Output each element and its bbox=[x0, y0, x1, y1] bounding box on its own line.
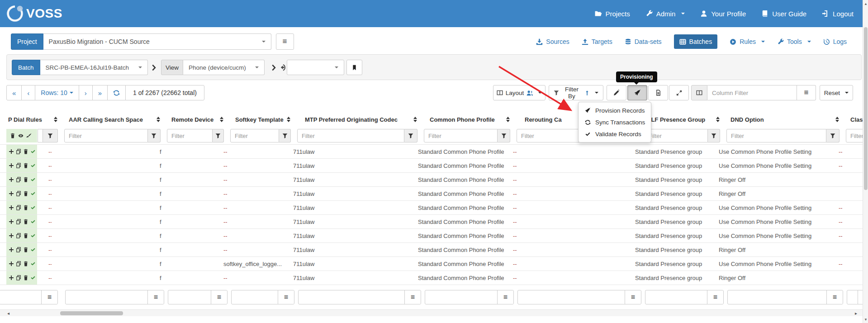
project-menu-button[interactable]: ≡ bbox=[276, 33, 294, 50]
batch-label-button[interactable]: Batch bbox=[12, 60, 40, 75]
layout-button[interactable]: Layout bbox=[493, 85, 545, 100]
sort-icon[interactable] bbox=[54, 117, 57, 122]
table-row[interactable]: --f--711ulawStandard Common Phone Profil… bbox=[0, 201, 868, 215]
table-row[interactable]: --f--711ulawStandard Common Phone Profil… bbox=[0, 159, 868, 173]
pager-last-button[interactable]: » bbox=[92, 85, 108, 100]
check-icon[interactable] bbox=[30, 149, 36, 154]
export-report-button[interactable] bbox=[648, 85, 668, 100]
edit-records-button[interactable] bbox=[607, 85, 626, 100]
copy-icon[interactable] bbox=[16, 191, 21, 196]
project-select[interactable]: PaxusBio Migration - CUCM Source bbox=[43, 33, 271, 50]
batch-select[interactable]: SRC-PB-EMEA-16Jul19-Batch bbox=[40, 60, 148, 75]
refresh-button[interactable] bbox=[107, 85, 126, 100]
cell-menu-button[interactable]: ≡ bbox=[497, 290, 513, 304]
table-row[interactable]: --f--711ulawStandard Common Phone Profil… bbox=[0, 215, 868, 229]
cell-menu-button[interactable]: ≡ bbox=[625, 290, 641, 304]
trash-icon[interactable] bbox=[23, 205, 28, 210]
view-label-button[interactable]: View bbox=[161, 60, 183, 75]
menu-item-sync-transactions[interactable]: Sync Transactions bbox=[579, 116, 651, 128]
table-row[interactable]: --f--711ulawStandard Common Phone Profil… bbox=[0, 145, 868, 159]
trash-icon[interactable] bbox=[23, 149, 28, 154]
pager-prev-button[interactable]: ‹ bbox=[21, 85, 35, 100]
trash-icon[interactable] bbox=[23, 233, 28, 238]
cell-menu-button[interactable]: ≡ bbox=[147, 290, 164, 304]
check-icon[interactable] bbox=[30, 275, 36, 280]
menu-item-validate-records[interactable]: Validate Records bbox=[579, 128, 651, 140]
table-row[interactable]: --f--711ulawStandard Common Phone Profil… bbox=[0, 173, 868, 187]
plus-icon[interactable] bbox=[9, 261, 14, 266]
cell-menu-button[interactable]: ≡ bbox=[826, 290, 843, 304]
filter-input-softkey[interactable] bbox=[230, 129, 279, 142]
project-label-button[interactable]: Project bbox=[11, 33, 43, 50]
provisioning-button[interactable] bbox=[627, 85, 647, 100]
cell-menu-button[interactable]: ≡ bbox=[707, 290, 723, 304]
project-menu-item-batches[interactable]: Batches bbox=[674, 34, 718, 49]
plus-icon[interactable] bbox=[9, 177, 14, 182]
trash-icon[interactable] bbox=[23, 219, 28, 224]
cell-menu-button[interactable]: ≡ bbox=[278, 290, 294, 304]
check-icon[interactable] bbox=[30, 163, 36, 168]
copy-icon[interactable] bbox=[16, 205, 21, 210]
reset-button[interactable]: Reset bbox=[820, 85, 853, 100]
project-menu-item-targets[interactable]: Targets bbox=[582, 38, 612, 45]
filter-button-mtp[interactable] bbox=[404, 129, 417, 142]
column-header-remote[interactable]: Remote Device bbox=[166, 111, 229, 128]
sort-icon[interactable] bbox=[220, 117, 223, 122]
trash-icon[interactable] bbox=[23, 247, 28, 252]
check-icon[interactable] bbox=[30, 205, 36, 210]
plus-icon[interactable] bbox=[9, 191, 14, 196]
copy-icon[interactable] bbox=[16, 275, 21, 280]
column-filter-input[interactable] bbox=[707, 85, 797, 100]
plus-icon[interactable] bbox=[9, 247, 14, 252]
filter-button-remote[interactable] bbox=[213, 129, 224, 142]
voss-logo[interactable]: VOSS bbox=[5, 3, 62, 24]
copy-icon[interactable] bbox=[16, 149, 21, 154]
goto-record-icon[interactable] bbox=[278, 60, 286, 75]
column-header-mtp[interactable]: MTP Preferred Originating Codec bbox=[296, 111, 423, 128]
sort-icon[interactable] bbox=[157, 117, 160, 122]
check-icon[interactable] bbox=[30, 191, 36, 196]
filter-input-blf[interactable] bbox=[644, 129, 708, 142]
sort-icon[interactable] bbox=[413, 117, 417, 122]
filter-button-aar[interactable] bbox=[148, 129, 161, 142]
plus-icon[interactable] bbox=[9, 205, 14, 210]
trash-icon[interactable] bbox=[23, 191, 28, 196]
record-select[interactable] bbox=[287, 60, 344, 75]
table-row[interactable]: --f--711ulawStandard Common Phone Profil… bbox=[0, 243, 868, 257]
check-icon[interactable] bbox=[30, 247, 36, 252]
expand-button[interactable] bbox=[669, 85, 689, 100]
copy-icon[interactable] bbox=[16, 177, 21, 182]
pager-rows-button[interactable]: Rows: 10 bbox=[35, 85, 79, 100]
check-icon[interactable] bbox=[30, 233, 36, 238]
filter-input-cpp[interactable] bbox=[424, 129, 498, 142]
check-icon[interactable] bbox=[30, 219, 36, 224]
filter-button-pdial[interactable] bbox=[43, 129, 58, 142]
nav-item-admin[interactable]: Admin bbox=[645, 10, 685, 18]
filter-button-cpp[interactable] bbox=[498, 129, 510, 142]
filter-button-blf[interactable] bbox=[708, 129, 720, 142]
nav-item-projects[interactable]: Projects bbox=[595, 10, 630, 18]
copy-icon[interactable] bbox=[16, 163, 21, 168]
nav-item-user-guide[interactable]: User Guide bbox=[761, 10, 806, 18]
filter-input-mtp[interactable] bbox=[297, 129, 404, 142]
filter-button-softkey[interactable] bbox=[279, 129, 291, 142]
eye-icon[interactable] bbox=[18, 133, 24, 138]
sort-icon[interactable] bbox=[287, 117, 290, 122]
column-header-dnd[interactable]: DND Option bbox=[726, 111, 845, 128]
project-menu-item-tools[interactable]: Tools bbox=[777, 38, 811, 45]
cell-menu-button[interactable]: ≡ bbox=[41, 290, 57, 304]
vertical-scrollbar[interactable]: ▴ ▾ bbox=[863, 0, 868, 323]
scroll-left-icon[interactable]: ◂ bbox=[7, 311, 9, 316]
filter-by-button[interactable]: Filter By bbox=[549, 85, 603, 100]
filter-input-aar[interactable] bbox=[64, 129, 148, 142]
cell-menu-button[interactable]: ≡ bbox=[404, 290, 421, 304]
scroll-down-icon[interactable]: ▾ bbox=[863, 317, 868, 322]
plus-icon[interactable] bbox=[9, 163, 14, 168]
table-row[interactable]: --fsoftkey_office_logge...711ulawStandar… bbox=[0, 257, 868, 271]
project-menu-item-rules[interactable]: Rules bbox=[730, 38, 765, 45]
trash-icon[interactable] bbox=[10, 133, 15, 138]
column-header-aar[interactable]: AAR Calling Search Space bbox=[63, 111, 166, 128]
plus-icon[interactable] bbox=[9, 149, 14, 154]
pager-next-button[interactable]: › bbox=[79, 85, 93, 100]
filter-button-dnd[interactable] bbox=[826, 129, 840, 142]
